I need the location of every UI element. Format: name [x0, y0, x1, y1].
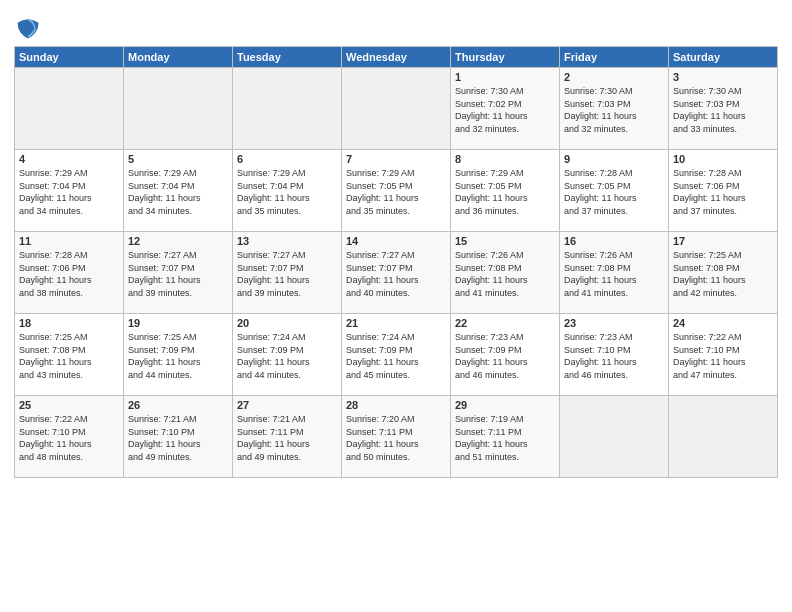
day-number: 21 — [346, 317, 446, 329]
day-cell: 8Sunrise: 7:29 AM Sunset: 7:05 PM Daylig… — [451, 150, 560, 232]
day-info: Sunrise: 7:28 AM Sunset: 7:06 PM Dayligh… — [19, 249, 119, 299]
day-info: Sunrise: 7:26 AM Sunset: 7:08 PM Dayligh… — [455, 249, 555, 299]
day-cell: 17Sunrise: 7:25 AM Sunset: 7:08 PM Dayli… — [669, 232, 778, 314]
day-number: 1 — [455, 71, 555, 83]
day-number: 24 — [673, 317, 773, 329]
day-info: Sunrise: 7:23 AM Sunset: 7:10 PM Dayligh… — [564, 331, 664, 381]
day-number: 20 — [237, 317, 337, 329]
day-cell: 21Sunrise: 7:24 AM Sunset: 7:09 PM Dayli… — [342, 314, 451, 396]
day-cell: 9Sunrise: 7:28 AM Sunset: 7:05 PM Daylig… — [560, 150, 669, 232]
header — [14, 10, 778, 42]
day-info: Sunrise: 7:29 AM Sunset: 7:05 PM Dayligh… — [346, 167, 446, 217]
day-info: Sunrise: 7:30 AM Sunset: 7:03 PM Dayligh… — [564, 85, 664, 135]
page: SundayMondayTuesdayWednesdayThursdayFrid… — [0, 0, 792, 486]
day-number: 2 — [564, 71, 664, 83]
day-info: Sunrise: 7:21 AM Sunset: 7:10 PM Dayligh… — [128, 413, 228, 463]
day-cell: 29Sunrise: 7:19 AM Sunset: 7:11 PM Dayli… — [451, 396, 560, 478]
day-number: 14 — [346, 235, 446, 247]
day-number: 9 — [564, 153, 664, 165]
day-info: Sunrise: 7:29 AM Sunset: 7:04 PM Dayligh… — [19, 167, 119, 217]
day-info: Sunrise: 7:25 AM Sunset: 7:08 PM Dayligh… — [19, 331, 119, 381]
day-header-tuesday: Tuesday — [233, 47, 342, 68]
day-number: 5 — [128, 153, 228, 165]
day-info: Sunrise: 7:30 AM Sunset: 7:03 PM Dayligh… — [673, 85, 773, 135]
day-cell — [15, 68, 124, 150]
day-number: 12 — [128, 235, 228, 247]
calendar-header: SundayMondayTuesdayWednesdayThursdayFrid… — [15, 47, 778, 68]
day-cell: 1Sunrise: 7:30 AM Sunset: 7:02 PM Daylig… — [451, 68, 560, 150]
day-number: 11 — [19, 235, 119, 247]
day-number: 26 — [128, 399, 228, 411]
day-info: Sunrise: 7:23 AM Sunset: 7:09 PM Dayligh… — [455, 331, 555, 381]
day-info: Sunrise: 7:21 AM Sunset: 7:11 PM Dayligh… — [237, 413, 337, 463]
week-row-1: 1Sunrise: 7:30 AM Sunset: 7:02 PM Daylig… — [15, 68, 778, 150]
day-info: Sunrise: 7:24 AM Sunset: 7:09 PM Dayligh… — [237, 331, 337, 381]
day-info: Sunrise: 7:24 AM Sunset: 7:09 PM Dayligh… — [346, 331, 446, 381]
day-number: 28 — [346, 399, 446, 411]
day-info: Sunrise: 7:22 AM Sunset: 7:10 PM Dayligh… — [19, 413, 119, 463]
day-cell: 19Sunrise: 7:25 AM Sunset: 7:09 PM Dayli… — [124, 314, 233, 396]
week-row-4: 18Sunrise: 7:25 AM Sunset: 7:08 PM Dayli… — [15, 314, 778, 396]
day-info: Sunrise: 7:26 AM Sunset: 7:08 PM Dayligh… — [564, 249, 664, 299]
day-info: Sunrise: 7:25 AM Sunset: 7:09 PM Dayligh… — [128, 331, 228, 381]
day-number: 19 — [128, 317, 228, 329]
day-info: Sunrise: 7:28 AM Sunset: 7:06 PM Dayligh… — [673, 167, 773, 217]
day-number: 16 — [564, 235, 664, 247]
day-number: 6 — [237, 153, 337, 165]
day-cell: 15Sunrise: 7:26 AM Sunset: 7:08 PM Dayli… — [451, 232, 560, 314]
day-cell: 11Sunrise: 7:28 AM Sunset: 7:06 PM Dayli… — [15, 232, 124, 314]
day-cell: 16Sunrise: 7:26 AM Sunset: 7:08 PM Dayli… — [560, 232, 669, 314]
day-number: 10 — [673, 153, 773, 165]
day-cell — [342, 68, 451, 150]
day-number: 29 — [455, 399, 555, 411]
day-info: Sunrise: 7:30 AM Sunset: 7:02 PM Dayligh… — [455, 85, 555, 135]
day-header-monday: Monday — [124, 47, 233, 68]
calendar-table: SundayMondayTuesdayWednesdayThursdayFrid… — [14, 46, 778, 478]
day-cell: 13Sunrise: 7:27 AM Sunset: 7:07 PM Dayli… — [233, 232, 342, 314]
day-cell — [669, 396, 778, 478]
day-number: 22 — [455, 317, 555, 329]
day-cell: 7Sunrise: 7:29 AM Sunset: 7:05 PM Daylig… — [342, 150, 451, 232]
day-header-wednesday: Wednesday — [342, 47, 451, 68]
day-cell: 26Sunrise: 7:21 AM Sunset: 7:10 PM Dayli… — [124, 396, 233, 478]
day-info: Sunrise: 7:27 AM Sunset: 7:07 PM Dayligh… — [128, 249, 228, 299]
day-cell: 22Sunrise: 7:23 AM Sunset: 7:09 PM Dayli… — [451, 314, 560, 396]
day-cell — [233, 68, 342, 150]
day-cell: 27Sunrise: 7:21 AM Sunset: 7:11 PM Dayli… — [233, 396, 342, 478]
day-info: Sunrise: 7:29 AM Sunset: 7:04 PM Dayligh… — [128, 167, 228, 217]
day-cell: 20Sunrise: 7:24 AM Sunset: 7:09 PM Dayli… — [233, 314, 342, 396]
day-cell: 25Sunrise: 7:22 AM Sunset: 7:10 PM Dayli… — [15, 396, 124, 478]
day-info: Sunrise: 7:29 AM Sunset: 7:04 PM Dayligh… — [237, 167, 337, 217]
day-number: 17 — [673, 235, 773, 247]
header-row: SundayMondayTuesdayWednesdayThursdayFrid… — [15, 47, 778, 68]
day-number: 13 — [237, 235, 337, 247]
day-number: 18 — [19, 317, 119, 329]
day-cell: 23Sunrise: 7:23 AM Sunset: 7:10 PM Dayli… — [560, 314, 669, 396]
day-header-thursday: Thursday — [451, 47, 560, 68]
day-cell: 4Sunrise: 7:29 AM Sunset: 7:04 PM Daylig… — [15, 150, 124, 232]
day-cell: 10Sunrise: 7:28 AM Sunset: 7:06 PM Dayli… — [669, 150, 778, 232]
day-info: Sunrise: 7:20 AM Sunset: 7:11 PM Dayligh… — [346, 413, 446, 463]
day-header-sunday: Sunday — [15, 47, 124, 68]
day-number: 27 — [237, 399, 337, 411]
day-number: 15 — [455, 235, 555, 247]
day-number: 3 — [673, 71, 773, 83]
day-cell: 5Sunrise: 7:29 AM Sunset: 7:04 PM Daylig… — [124, 150, 233, 232]
day-number: 8 — [455, 153, 555, 165]
day-info: Sunrise: 7:27 AM Sunset: 7:07 PM Dayligh… — [346, 249, 446, 299]
day-number: 23 — [564, 317, 664, 329]
day-cell: 2Sunrise: 7:30 AM Sunset: 7:03 PM Daylig… — [560, 68, 669, 150]
day-header-friday: Friday — [560, 47, 669, 68]
week-row-5: 25Sunrise: 7:22 AM Sunset: 7:10 PM Dayli… — [15, 396, 778, 478]
day-cell: 12Sunrise: 7:27 AM Sunset: 7:07 PM Dayli… — [124, 232, 233, 314]
logo — [14, 14, 44, 42]
day-info: Sunrise: 7:22 AM Sunset: 7:10 PM Dayligh… — [673, 331, 773, 381]
day-cell: 28Sunrise: 7:20 AM Sunset: 7:11 PM Dayli… — [342, 396, 451, 478]
day-number: 25 — [19, 399, 119, 411]
day-number: 7 — [346, 153, 446, 165]
day-info: Sunrise: 7:29 AM Sunset: 7:05 PM Dayligh… — [455, 167, 555, 217]
week-row-2: 4Sunrise: 7:29 AM Sunset: 7:04 PM Daylig… — [15, 150, 778, 232]
day-info: Sunrise: 7:25 AM Sunset: 7:08 PM Dayligh… — [673, 249, 773, 299]
day-number: 4 — [19, 153, 119, 165]
logo-icon — [14, 14, 42, 42]
